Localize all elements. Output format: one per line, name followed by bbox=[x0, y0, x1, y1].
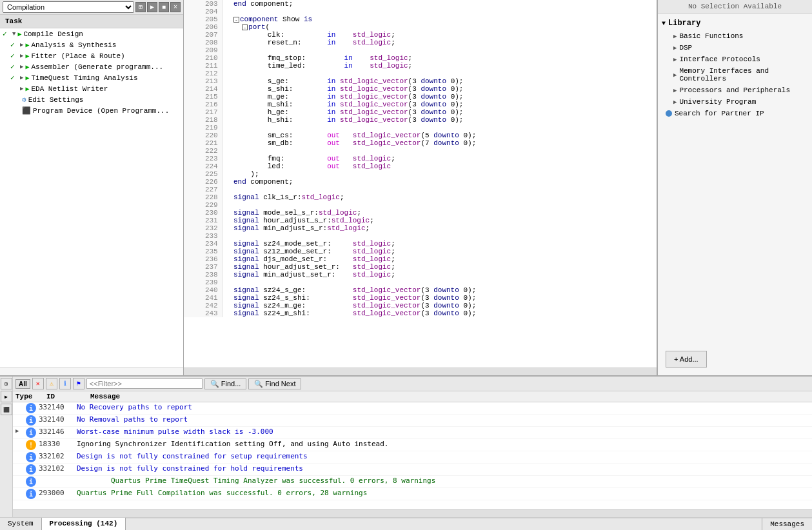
task-toolbar: Compilation ⊞ ▶ ■ × bbox=[0, 0, 183, 15]
check-icon: ✓ bbox=[10, 52, 18, 60]
log-message: Worst-case minimum pulse width slack is … bbox=[77, 427, 809, 436]
table-row: 229 bbox=[184, 201, 657, 209]
library-item-university[interactable]: ▶ University Program bbox=[660, 96, 809, 108]
table-row: 224 led: out std_logic bbox=[184, 162, 657, 170]
chevron-right-icon: ▶ bbox=[673, 56, 677, 63]
side-icon-1[interactable]: ⊞ bbox=[1, 378, 12, 389]
expand-icon[interactable]: ▶ bbox=[20, 41, 23, 48]
task-list: ✓ ▼ ▶ Compile Design ✓ ▶ ▶ Analysis & Sy… bbox=[0, 28, 183, 368]
col-id-header: ID bbox=[46, 393, 85, 400]
library-item-processors[interactable]: ▶ Processors and Peripherals bbox=[660, 84, 809, 96]
toolbar-icon-4[interactable]: × bbox=[170, 2, 181, 12]
filter-input[interactable] bbox=[86, 378, 203, 389]
log-content[interactable]: i 332140 No Recovery paths to report i 3… bbox=[13, 402, 812, 509]
compilation-dropdown[interactable]: Compilation bbox=[3, 1, 134, 13]
binoculars-icon: 🔍 bbox=[210, 380, 219, 388]
messages-label[interactable]: Messages bbox=[762, 518, 812, 530]
play-icon[interactable]: ▶ bbox=[25, 52, 29, 60]
log-message: Quartus Prime Full Compilation was succe… bbox=[77, 489, 809, 497]
table-row: 238 signal min_adjust_set_r: std_logic; bbox=[184, 271, 657, 279]
find-next-button[interactable]: 🔍 Find Next bbox=[248, 378, 301, 389]
expand-icon[interactable]: ▼ bbox=[12, 31, 15, 37]
check-icon: ✓ bbox=[3, 30, 10, 38]
log-id: 332102 bbox=[39, 464, 74, 473]
task-assembler[interactable]: ✓ ▶ ▶ Assembler (Generate programm... bbox=[0, 61, 183, 72]
task-fitter[interactable]: ✓ ▶ ▶ Fitter (Place & Route) bbox=[0, 50, 183, 61]
expand-icon[interactable]: ▶ bbox=[20, 52, 23, 59]
table-row: 230 signal mode_sel_s_r:std_logic; bbox=[184, 209, 657, 217]
table-row: 236 signal djs_mode_set_r: std_logic; bbox=[184, 255, 657, 263]
info-icon: i bbox=[26, 403, 36, 413]
log-id: 332102 bbox=[39, 452, 74, 460]
task-program-device[interactable]: ✓ ⬛ Program Device (Open Programm... bbox=[0, 105, 183, 116]
table-row: 228 signal clk_1s_r:std_logic; bbox=[184, 193, 657, 201]
side-icon-2[interactable]: ▶ bbox=[1, 391, 12, 402]
add-button-container: + Add... bbox=[658, 343, 812, 375]
library-item-basic[interactable]: ▶ Basic Functions bbox=[660, 30, 809, 42]
table-row: 240 signal sz24_s_ge: std_logic_vector(3… bbox=[184, 286, 657, 294]
task-eda[interactable]: ✓ ▶ ▶ EDA Netlist Writer bbox=[0, 83, 183, 94]
code-scroll[interactable]: 203 end component; 204 205 -component Sh… bbox=[184, 0, 657, 368]
task-timequest[interactable]: ✓ ▶ ▶ TimeQuest Timing Analysis bbox=[0, 72, 183, 83]
task-header: Task bbox=[0, 15, 183, 28]
table-row: 220 sm_cs: out std_logic_vector(5 downto… bbox=[184, 132, 657, 139]
find-button[interactable]: 🔍 Find... bbox=[204, 378, 247, 389]
error-icon-btn[interactable]: ✕ bbox=[32, 378, 44, 389]
bottom-section: ⊞ ▶ ⬛ All ✕ ⚠ ℹ ⚑ 🔍 Find... 🔍 Find Next bbox=[0, 377, 812, 517]
flag-icon-btn[interactable]: ⚑ bbox=[73, 378, 84, 389]
task-label: TimeQuest Timing Analysis bbox=[31, 74, 137, 82]
side-icon-3[interactable]: ⬛ bbox=[1, 404, 12, 415]
expand-icon[interactable]: ▶ bbox=[15, 427, 23, 434]
table-row: 227 bbox=[184, 186, 657, 193]
info-icon-btn[interactable]: ℹ bbox=[59, 378, 71, 389]
play-icon[interactable]: ▶ bbox=[17, 30, 21, 38]
warning-icon-btn[interactable]: ⚠ bbox=[46, 378, 57, 389]
expand-icon[interactable]: ▶ bbox=[20, 74, 23, 81]
play-icon[interactable]: ▶ bbox=[25, 85, 29, 93]
expand-box[interactable]: - bbox=[242, 25, 248, 30]
task-compile-design[interactable]: ✓ ▼ ▶ Compile Design bbox=[0, 28, 183, 39]
task-label: EDA Netlist Writer bbox=[31, 85, 108, 93]
task-label: Edit Settings bbox=[28, 96, 84, 104]
expand-icon[interactable]: ▶ bbox=[20, 63, 23, 70]
log-message: Ignoring Synchronizer Identification set… bbox=[77, 440, 809, 448]
right-panel: No Selection Available ▼ Library ▶ Basic… bbox=[657, 0, 812, 375]
tab-system[interactable]: System bbox=[0, 518, 42, 530]
library-title[interactable]: ▼ Library bbox=[660, 16, 809, 30]
partner-ip-item[interactable]: Search for Partner IP bbox=[660, 108, 809, 119]
table-row: 204 bbox=[184, 8, 657, 15]
partner-ip-dot bbox=[666, 110, 672, 117]
expand-box[interactable]: - bbox=[233, 17, 239, 23]
play-icon[interactable]: ▶ bbox=[25, 63, 29, 71]
toolbar-icon-3[interactable]: ■ bbox=[159, 2, 169, 12]
play-icon[interactable]: ▶ bbox=[25, 74, 29, 82]
left-scrollbar[interactable] bbox=[0, 368, 183, 375]
log-id: 332140 bbox=[39, 415, 74, 424]
library-item-interface[interactable]: ▶ Interface Protocols bbox=[660, 54, 809, 65]
toolbar-icon-2[interactable]: ▶ bbox=[147, 2, 157, 12]
toolbar-icon-1[interactable]: ⊞ bbox=[135, 2, 146, 12]
log-id: 332146 bbox=[39, 427, 74, 436]
warn-icon: ! bbox=[26, 440, 36, 450]
library-item-memory[interactable]: ▶ Memory Interfaces and Controllers bbox=[660, 65, 809, 84]
code-editor: 203 end component; 204 205 -component Sh… bbox=[184, 0, 657, 375]
log-id: 293000 bbox=[39, 489, 74, 497]
table-row: 216 m_shi: in std_logic_vector(3 downto … bbox=[184, 101, 657, 108]
task-edit-settings[interactable]: ✓ ⚙ Edit Settings bbox=[0, 94, 183, 105]
play-icon[interactable]: ▶ bbox=[25, 41, 29, 49]
expand-icon[interactable]: ▶ bbox=[20, 85, 23, 92]
task-analysis-synthesis[interactable]: ✓ ▶ ▶ Analysis & Synthesis bbox=[0, 39, 183, 50]
task-label: Assembler (Generate programm... bbox=[31, 63, 163, 71]
bottom-hscrollbar[interactable] bbox=[13, 509, 812, 517]
chevron-right-icon: ▶ bbox=[673, 87, 677, 94]
tab-processing[interactable]: Processing (142) bbox=[42, 518, 126, 530]
table-row: 214 s_shi: in std_logic_vector(3 downto … bbox=[184, 85, 657, 93]
add-button[interactable]: + Add... bbox=[666, 351, 707, 368]
task-label: Compile Design bbox=[23, 30, 83, 38]
all-filter-button[interactable]: All bbox=[15, 379, 30, 389]
table-row: 212 bbox=[184, 70, 657, 77]
table-row: 217 h_ge: in std_logic_vector(3 downto 0… bbox=[184, 108, 657, 116]
code-hscrollbar[interactable] bbox=[184, 368, 657, 375]
code-table: 203 end component; 204 205 -component Sh… bbox=[184, 0, 657, 317]
library-item-dsp[interactable]: ▶ DSP bbox=[660, 42, 809, 54]
